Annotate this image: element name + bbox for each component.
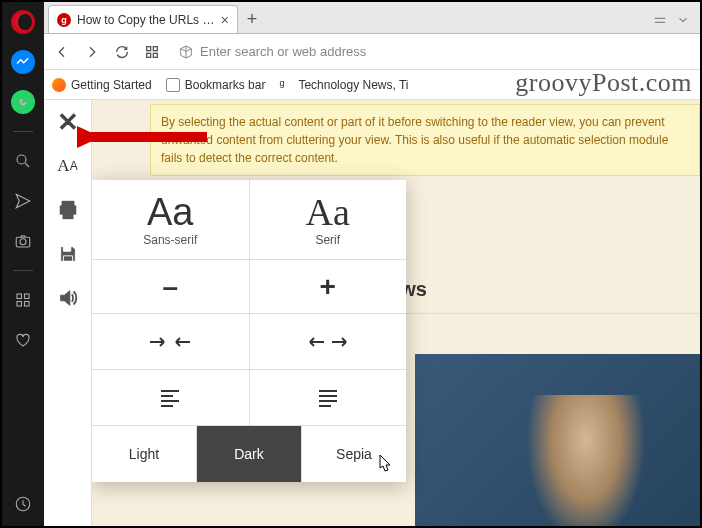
nav-bar: Enter search or web address (44, 34, 700, 70)
tabs-menu-icon[interactable] (652, 13, 668, 33)
window-menu-icon[interactable] (676, 13, 690, 33)
font-serif-option[interactable]: Aa Serif (249, 180, 407, 259)
search-icon[interactable] (9, 147, 37, 175)
svg-rect-10 (147, 53, 151, 57)
tab-title: How to Copy the URLs Fro (77, 13, 215, 27)
messenger-icon[interactable] (9, 48, 37, 76)
tab-bar: g How to Copy the URLs Fro × + (44, 2, 700, 34)
speed-dial-icon[interactable] (9, 286, 37, 314)
svg-rect-11 (153, 53, 157, 57)
width-wide-button[interactable] (249, 314, 407, 369)
send-icon[interactable] (9, 187, 37, 215)
opera-menu-icon[interactable] (9, 8, 37, 36)
bookmark-getting-started[interactable]: Getting Started (52, 78, 152, 92)
cursor-icon (378, 454, 394, 474)
folder-icon (166, 78, 180, 92)
font-settings-panel: Aa Sans-serif Aa Serif – + (92, 180, 406, 482)
address-placeholder: Enter search or web address (200, 44, 366, 59)
reader-tip: By selecting the actual content or part … (150, 104, 700, 176)
divider (13, 131, 33, 132)
close-reader-button[interactable]: ✕ (54, 108, 82, 136)
theme-sepia-button[interactable]: Sepia (301, 426, 406, 482)
svg-point-2 (20, 239, 26, 245)
history-icon[interactable] (9, 490, 37, 518)
forward-button[interactable] (82, 42, 102, 62)
svg-rect-14 (63, 212, 72, 218)
svg-rect-3 (17, 294, 22, 299)
theme-dark-button[interactable]: Dark (196, 426, 301, 482)
svg-rect-8 (147, 46, 151, 50)
firefox-icon (52, 78, 66, 92)
cube-icon (178, 44, 194, 60)
tab-close-icon[interactable]: × (221, 12, 229, 28)
svg-rect-6 (25, 302, 30, 307)
align-justify-button[interactable] (249, 370, 407, 425)
font-size-increase-button[interactable]: + (249, 260, 407, 313)
favicon-icon: g (279, 78, 293, 92)
page-content: By selecting the actual content or part … (92, 100, 700, 526)
speed-dial-button[interactable] (142, 42, 162, 62)
browser-tab[interactable]: g How to Copy the URLs Fro × (48, 5, 238, 33)
svg-rect-9 (153, 46, 157, 50)
new-tab-button[interactable]: + (238, 5, 266, 33)
back-button[interactable] (52, 42, 72, 62)
whatsapp-icon[interactable] (9, 88, 37, 116)
divider (13, 270, 33, 271)
app-sidebar (2, 2, 44, 526)
font-size-decrease-button[interactable]: – (92, 260, 249, 313)
svg-rect-5 (17, 302, 22, 307)
theme-light-button[interactable]: Light (92, 426, 196, 482)
bookmark-tech-news[interactable]: gTechnology News, Ti (279, 78, 408, 92)
svg-rect-4 (25, 294, 30, 299)
svg-point-0 (17, 155, 26, 164)
print-button[interactable] (54, 196, 82, 224)
watermark: groovyPost.com (515, 68, 692, 98)
reload-button[interactable] (112, 42, 132, 62)
align-left-button[interactable] (92, 370, 249, 425)
camera-icon[interactable] (9, 227, 37, 255)
heart-icon[interactable] (9, 326, 37, 354)
address-bar[interactable]: Enter search or web address (172, 39, 692, 65)
width-narrow-button[interactable] (92, 314, 249, 369)
save-button[interactable] (54, 240, 82, 268)
bookmark-folder[interactable]: Bookmarks bar (166, 78, 266, 92)
font-settings-button[interactable]: AA (54, 152, 82, 180)
article-image (415, 354, 700, 526)
favicon-icon: g (57, 13, 71, 27)
font-sans-serif-option[interactable]: Aa Sans-serif (92, 180, 249, 259)
speak-button[interactable] (54, 284, 82, 312)
reader-toolbar: ✕ AA (44, 100, 92, 526)
